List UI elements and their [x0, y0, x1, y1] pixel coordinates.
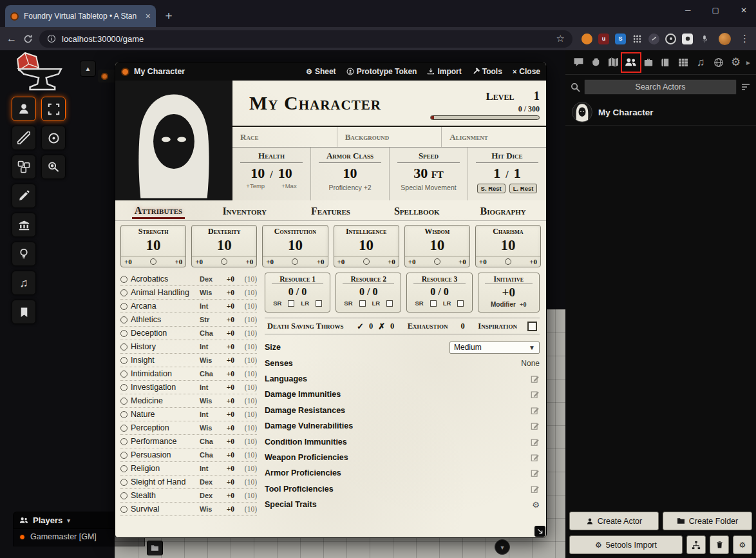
edit-icon[interactable] [531, 406, 540, 415]
skill-proficiency-toggle[interactable] [120, 479, 128, 486]
skill-proficiency-toggle[interactable] [120, 330, 128, 337]
skill-name[interactable]: Arcana [131, 302, 196, 311]
actor-list-item[interactable]: My Character [565, 99, 756, 126]
skill-proficiency-toggle[interactable] [120, 425, 128, 432]
ability-score-input[interactable]: 10 [263, 236, 327, 256]
ability-name[interactable]: Dexterity [192, 227, 256, 236]
resource-label[interactable]: Resource 2 [343, 275, 394, 284]
skill-name[interactable]: Sleight of Hand [131, 477, 196, 486]
dice-controls-button[interactable] [12, 155, 36, 179]
skill-proficiency-toggle[interactable] [120, 506, 128, 513]
death-failure-count[interactable]: 0 [390, 322, 394, 331]
skill-name[interactable]: Animal Handling [131, 288, 196, 297]
edit-icon[interactable] [531, 438, 540, 447]
create-folder-button[interactable]: Create Folder [663, 512, 752, 530]
resource-max[interactable]: 0 [444, 286, 449, 297]
resource-label[interactable]: Resource 1 [272, 275, 323, 284]
character-name-input[interactable]: My Character [249, 92, 430, 114]
sheet-config-button[interactable]: ⚙Sheet [306, 67, 336, 76]
skill-name[interactable]: Intimidation [131, 369, 196, 378]
skill-name[interactable]: History [131, 342, 196, 351]
resource-value[interactable]: 0 [430, 286, 435, 297]
long-rest-button[interactable]: L. Rest [509, 184, 538, 193]
address-bar[interactable]: localhost:30000/game ☆ [39, 30, 572, 48]
playlists-tab[interactable]: ♫ [694, 55, 708, 70]
walls-controls-button[interactable] [12, 213, 36, 237]
lr-checkbox[interactable] [457, 300, 464, 307]
ext-icon-5[interactable] [648, 34, 659, 44]
skill-name[interactable]: Religion [131, 464, 196, 473]
skill-name[interactable]: Acrobatics [131, 274, 196, 284]
tab-biography[interactable]: Biography [460, 204, 546, 218]
skill-row[interactable]: Survival Wis +0 (10) [120, 503, 257, 516]
skill-proficiency-toggle[interactable] [120, 452, 128, 459]
configure-button[interactable]: ⚙ [733, 535, 752, 554]
sr-checkbox[interactable] [288, 300, 294, 307]
hp-temp-label[interactable]: +Temp [246, 182, 265, 189]
skill-proficiency-toggle[interactable] [120, 384, 128, 391]
xp-current[interactable]: 0 [518, 104, 522, 113]
skill-name[interactable]: Investigation [131, 383, 196, 392]
level-value[interactable]: 1 [534, 89, 540, 103]
window-minimize-button[interactable]: ─ [685, 6, 691, 15]
edit-icon[interactable] [531, 485, 540, 494]
tab-spellbook[interactable]: Spellbook [373, 204, 460, 218]
skill-row[interactable]: Perception Wis +0 (10) [120, 421, 257, 435]
window-resize-handle[interactable] [534, 526, 545, 537]
initiative-modifier-value[interactable]: +0 [520, 301, 527, 308]
size-select[interactable]: Medium▼ [449, 342, 540, 354]
prototype-token-button[interactable]: Prototype Token [346, 67, 417, 76]
ruler-tool-button[interactable] [41, 155, 66, 179]
ability-score-input[interactable]: 10 [476, 236, 540, 256]
site-info-icon[interactable] [47, 34, 56, 43]
sr-checkbox[interactable] [359, 300, 366, 307]
ability-name[interactable]: Constitution [263, 227, 327, 236]
measure-controls-button[interactable] [12, 126, 36, 150]
settings-tab[interactable]: ⚙ [729, 55, 743, 70]
combat-tab[interactable] [589, 55, 603, 70]
close-window-button[interactable]: ×Close [513, 67, 540, 76]
window-maximize-button[interactable]: ▢ [712, 6, 719, 15]
hp-current[interactable]: 10 [250, 166, 265, 181]
ext-icon-1[interactable] [581, 34, 592, 44]
resource-max[interactable]: 0 [372, 286, 377, 297]
skill-proficiency-toggle[interactable] [120, 398, 128, 405]
skill-proficiency-toggle[interactable] [120, 438, 128, 445]
import-button[interactable]: Import [427, 67, 461, 76]
initiative-label[interactable]: Initiative [485, 275, 533, 284]
ability-score-input[interactable]: 10 [405, 236, 469, 256]
skill-row[interactable]: Persuasion Cha +0 (10) [120, 448, 257, 462]
actors-tab[interactable] [624, 55, 638, 70]
race-field[interactable]: Race [232, 127, 337, 147]
browser-tab[interactable]: Foundry Virtual Tabletop • A Stan × [5, 5, 156, 27]
skill-name[interactable]: Survival [131, 505, 196, 514]
ac-value[interactable]: 10 [311, 166, 389, 181]
journal-tab[interactable] [659, 55, 673, 70]
ability-proficiency-toggle[interactable] [150, 258, 156, 265]
ability-proficiency-toggle[interactable] [434, 258, 440, 265]
skill-row[interactable]: Performance Cha +0 (10) [120, 435, 257, 448]
edit-icon[interactable] [531, 374, 540, 383]
skill-proficiency-toggle[interactable] [120, 276, 128, 283]
skill-proficiency-toggle[interactable] [120, 370, 128, 378]
sr-checkbox[interactable] [430, 300, 437, 307]
ext-icon-8[interactable] [699, 34, 710, 44]
skill-proficiency-toggle[interactable] [120, 492, 128, 499]
skill-name[interactable]: Perception [131, 423, 196, 432]
lighting-controls-button[interactable] [12, 242, 36, 266]
target-tool-button[interactable] [41, 126, 66, 150]
ability-proficiency-toggle[interactable] [505, 258, 511, 265]
sidebar-collapse-icon[interactable]: ▸ [746, 58, 750, 67]
skill-row[interactable]: Intimidation Cha +0 (10) [120, 367, 257, 381]
hp-max[interactable]: 10 [278, 166, 292, 181]
edit-icon[interactable] [531, 468, 540, 477]
browser-menu-icon[interactable]: ⋮ [740, 33, 750, 44]
profile-avatar[interactable] [719, 33, 731, 45]
5etools-import-button[interactable]: ⚙ 5etools Import [569, 535, 683, 554]
ext-icon-7[interactable] [682, 34, 693, 44]
window-close-button[interactable]: ✕ [741, 6, 747, 15]
skill-proficiency-toggle[interactable] [120, 316, 128, 323]
resource-label[interactable]: Resource 3 [413, 275, 465, 284]
skill-name[interactable]: Athletics [131, 315, 196, 324]
macro-folder-button[interactable] [147, 541, 163, 555]
